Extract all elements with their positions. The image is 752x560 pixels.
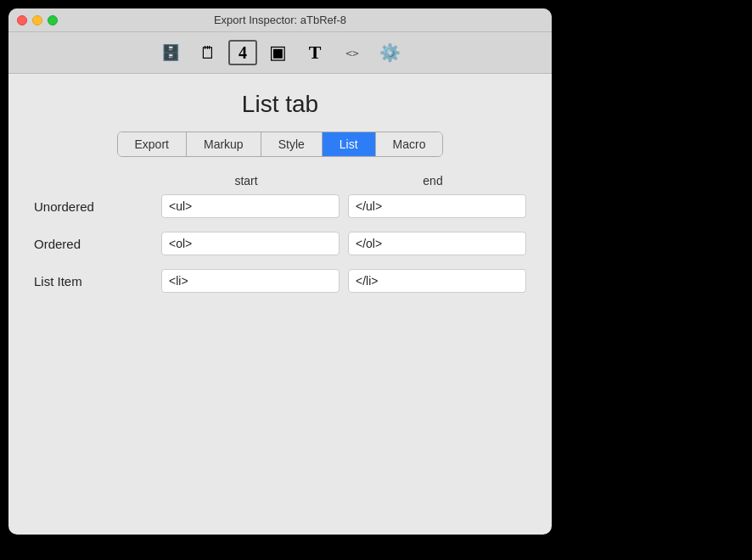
unordered-end-input[interactable]	[348, 194, 526, 218]
list-item-end-input[interactable]	[348, 269, 526, 293]
maximize-button[interactable]	[48, 15, 58, 25]
toolbar-4-btn[interactable]: 4	[228, 40, 257, 65]
toolbar-rect-btn[interactable]: ▣	[261, 37, 295, 68]
end-column-header: end	[340, 174, 526, 188]
unordered-label: Unordered	[34, 199, 153, 214]
tab-style[interactable]: Style	[261, 132, 323, 156]
tab-list[interactable]: List	[323, 132, 376, 156]
form-row-unordered: Unordered	[34, 194, 526, 218]
tab-bar: Export Markup Style List Macro	[117, 132, 444, 157]
toolbar-code-btn[interactable]: <>	[335, 37, 369, 68]
list-item-label: List Item	[34, 274, 153, 288]
form-row-list-item: List Item	[34, 269, 526, 293]
tab-export[interactable]: Export	[118, 132, 187, 156]
traffic-lights	[17, 15, 58, 25]
unordered-start-input[interactable]	[161, 194, 340, 218]
start-column-header: start	[153, 174, 340, 188]
list-item-start-input[interactable]	[161, 269, 340, 293]
minimize-button[interactable]	[32, 15, 42, 25]
form-header: start end	[34, 174, 526, 188]
app-window: Export Inspector: aTbRef-8 🗄️ 🗒 4 ▣ T <>…	[8, 8, 552, 535]
toolbar-gear-btn[interactable]: ⚙️	[373, 37, 407, 68]
main-content: List tab Export Markup Style List Macro …	[8, 74, 552, 535]
ordered-label: Ordered	[34, 237, 153, 251]
toolbar-database-btn[interactable]: 🗄️	[154, 37, 188, 68]
ordered-start-input[interactable]	[161, 232, 340, 255]
tab-macro[interactable]: Macro	[376, 132, 443, 156]
toolbar: 🗄️ 🗒 4 ▣ T <> ⚙️	[8, 32, 552, 74]
form-area: start end Unordered Ordered List Item	[8, 174, 552, 306]
window-title: Export Inspector: aTbRef-8	[214, 14, 346, 26]
page-title: List tab	[8, 91, 552, 118]
titlebar: Export Inspector: aTbRef-8	[8, 8, 552, 32]
toolbar-document-btn[interactable]: 🗒	[191, 37, 225, 68]
tab-markup[interactable]: Markup	[187, 132, 261, 156]
form-row-ordered: Ordered	[34, 232, 526, 255]
close-button[interactable]	[17, 15, 27, 25]
toolbar-text-btn[interactable]: T	[298, 37, 332, 68]
ordered-end-input[interactable]	[348, 232, 526, 255]
